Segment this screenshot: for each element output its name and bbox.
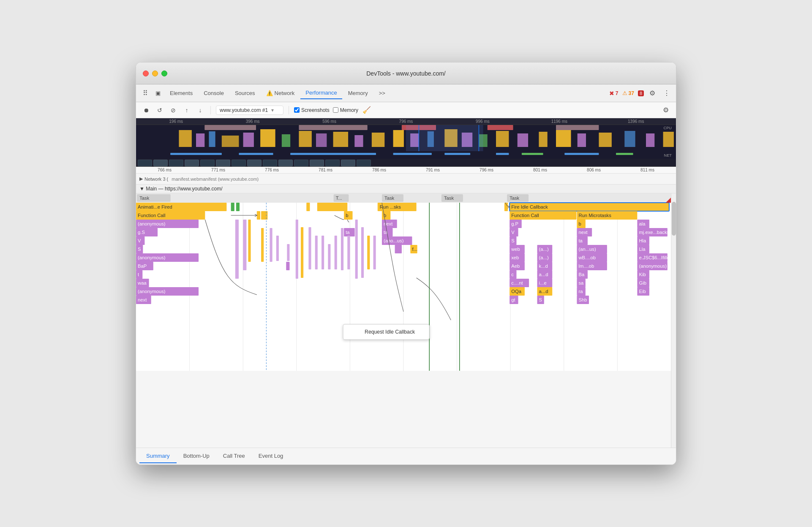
svg-text:V: V bbox=[511, 230, 515, 235]
svg-text:T...: T... bbox=[336, 196, 342, 201]
screenshot-thumb[interactable] bbox=[185, 160, 199, 166]
svg-rect-14 bbox=[316, 133, 327, 147]
minimize-button[interactable] bbox=[152, 71, 158, 76]
svg-text:ta: ta bbox=[346, 230, 350, 235]
memory-checkbox-group[interactable]: Memory bbox=[333, 107, 358, 113]
screenshot-thumb[interactable] bbox=[263, 160, 277, 166]
svg-rect-18 bbox=[393, 130, 404, 147]
memory-label: Memory bbox=[340, 107, 358, 113]
svg-text:Function Call: Function Call bbox=[511, 213, 539, 218]
url-selector[interactable]: www.youtube.com #1 ▾ bbox=[216, 106, 283, 115]
memory-checkbox[interactable] bbox=[333, 107, 338, 113]
upload-button[interactable]: ↑ bbox=[182, 105, 192, 115]
tab-summary[interactable]: Summary bbox=[139, 449, 177, 463]
net-chart: NET bbox=[136, 151, 676, 159]
screenshot-thumb[interactable] bbox=[310, 160, 324, 166]
zoom-mark-9: 806 ms bbox=[567, 168, 621, 172]
svg-rect-206 bbox=[287, 244, 289, 261]
svg-text:(a...): (a...) bbox=[539, 247, 549, 252]
svg-rect-208 bbox=[301, 227, 303, 278]
zoom-mark-7: 796 ms bbox=[460, 168, 513, 172]
close-button[interactable] bbox=[143, 71, 149, 76]
svg-rect-5 bbox=[556, 125, 599, 130]
screenshot-thumb[interactable] bbox=[357, 160, 371, 166]
tab-network[interactable]: ⚠️ Network bbox=[261, 87, 300, 99]
svg-rect-16 bbox=[354, 135, 363, 147]
reload-button[interactable]: ↺ bbox=[155, 105, 165, 115]
download-button[interactable]: ↓ bbox=[195, 105, 205, 115]
tab-bar: ⠿ ▣ Elements Console Sources ⚠️ Network … bbox=[136, 84, 676, 102]
ruler-mark-2: 396 ms bbox=[214, 119, 291, 124]
error-count: 7 bbox=[616, 90, 619, 96]
tab-sources[interactable]: Sources bbox=[230, 87, 260, 99]
svg-rect-24 bbox=[496, 131, 509, 147]
maximize-button[interactable] bbox=[161, 71, 167, 76]
toolbar-settings-button[interactable]: ⚙ bbox=[661, 105, 671, 115]
screenshot-thumb[interactable] bbox=[341, 160, 355, 166]
cursor-icon[interactable]: ⠿ bbox=[139, 87, 151, 99]
settings-icon[interactable]: ⚙ bbox=[646, 87, 658, 99]
tab-more[interactable]: >> bbox=[374, 87, 390, 99]
screenshot-thumb[interactable] bbox=[325, 160, 340, 166]
inspect-icon[interactable]: ▣ bbox=[152, 87, 164, 99]
svg-text:Animati...e Fired: Animati...e Fired bbox=[138, 204, 172, 209]
scrollbar-thumb[interactable] bbox=[672, 202, 676, 236]
screenshot-thumb[interactable] bbox=[200, 160, 215, 166]
clear-button[interactable]: ⊘ bbox=[168, 105, 178, 115]
svg-rect-31 bbox=[646, 133, 654, 147]
svg-rect-29 bbox=[599, 133, 611, 147]
screenshot-thumb[interactable] bbox=[278, 160, 293, 166]
svg-rect-213 bbox=[335, 236, 337, 269]
screenshots-strip bbox=[136, 159, 676, 167]
tab-memory[interactable]: Memory bbox=[343, 87, 373, 99]
svg-rect-46 bbox=[616, 153, 633, 155]
svg-rect-40 bbox=[290, 153, 376, 155]
svg-rect-27 bbox=[556, 130, 571, 147]
svg-text:wB....ob: wB....ob bbox=[578, 255, 596, 260]
main-section-header: ▼ Main — https://www.youtube.com/ bbox=[136, 185, 676, 193]
tab-bottom-up[interactable]: Bottom-Up bbox=[177, 449, 216, 463]
zoom-ruler: 766 ms 771 ms 776 ms 781 ms 786 ms 791 m… bbox=[136, 167, 676, 174]
scrollbar-track[interactable] bbox=[671, 193, 676, 448]
svg-text:Fire Idle Callback: Fire Idle Callback bbox=[511, 204, 548, 209]
screenshot-thumb[interactable] bbox=[138, 160, 152, 166]
screenshot-thumb[interactable] bbox=[153, 160, 168, 166]
tab-elements[interactable]: Elements bbox=[165, 87, 198, 99]
svg-rect-15 bbox=[333, 132, 349, 147]
svg-rect-211 bbox=[322, 236, 324, 269]
network-toggle-icon[interactable]: ▶ bbox=[139, 176, 143, 182]
svg-rect-42 bbox=[444, 153, 470, 155]
svg-text:waa: waa bbox=[137, 280, 147, 285]
record-button[interactable]: ⏺ bbox=[141, 105, 151, 115]
svg-text:Kib: Kib bbox=[639, 272, 646, 277]
svg-rect-38 bbox=[170, 153, 222, 155]
screenshot-thumb[interactable] bbox=[232, 160, 246, 166]
svg-rect-87 bbox=[261, 211, 267, 220]
flame-chart-scroll[interactable]: Task T... Task Task Task Animati...e Fir… bbox=[136, 193, 671, 448]
tab-console[interactable]: Console bbox=[199, 87, 229, 99]
ruler-mark-3: 596 ms bbox=[291, 119, 368, 124]
tab-performance[interactable]: Performance bbox=[300, 87, 342, 99]
cpu-area: CPU bbox=[136, 125, 676, 151]
screenshot-thumb[interactable] bbox=[169, 160, 183, 166]
svg-rect-43 bbox=[496, 153, 509, 155]
screenshots-checkbox[interactable] bbox=[294, 107, 300, 113]
collect-garbage-button[interactable]: 🧹 bbox=[362, 105, 372, 115]
svg-text:web: web bbox=[511, 247, 520, 252]
svg-rect-13 bbox=[299, 131, 311, 147]
screenshot-thumb[interactable] bbox=[247, 160, 262, 166]
tab-event-log[interactable]: Event Log bbox=[252, 449, 290, 463]
screenshot-thumb[interactable] bbox=[216, 160, 230, 166]
svg-text:Request Idle Callback: Request Idle Callback bbox=[365, 329, 415, 335]
svg-rect-214 bbox=[341, 228, 343, 270]
screenshots-checkbox-group[interactable]: Screenshots bbox=[294, 107, 330, 113]
svg-rect-216 bbox=[355, 220, 358, 279]
svg-rect-2 bbox=[299, 125, 367, 130]
svg-rect-26 bbox=[539, 132, 547, 147]
svg-text:sa: sa bbox=[579, 280, 584, 285]
flame-chart-svg[interactable]: Task T... Task Task Task Animati...e Fir… bbox=[136, 193, 671, 371]
screenshot-thumb[interactable] bbox=[294, 160, 308, 166]
overview-timeline[interactable]: 196 ms 396 ms 596 ms 796 ms 996 ms 1196 … bbox=[136, 118, 676, 167]
more-options-icon[interactable]: ⋮ bbox=[661, 87, 673, 99]
tab-call-tree[interactable]: Call Tree bbox=[216, 449, 252, 463]
